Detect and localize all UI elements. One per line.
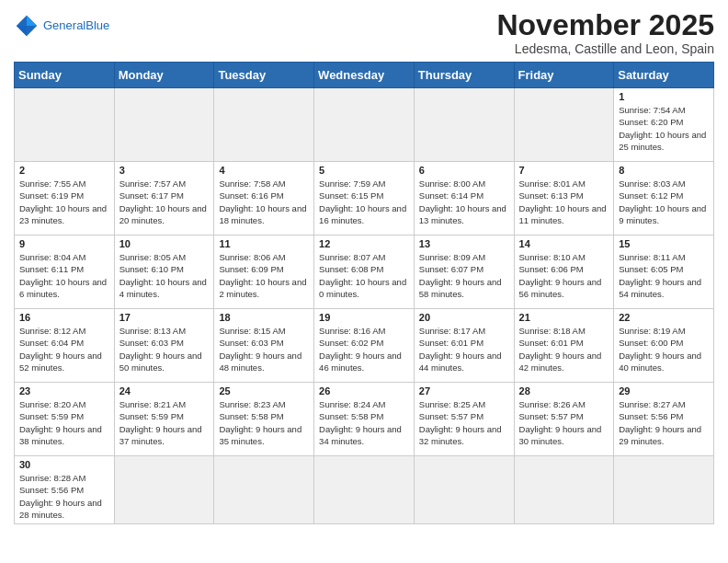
day-info: Sunrise: 8:20 AMSunset: 5:59 PMDaylight:… [19,398,109,447]
calendar: SundayMondayTuesdayWednesdayThursdayFrid… [14,62,714,524]
day-number: 23 [19,385,109,396]
day-number: 12 [319,238,409,249]
day-info: Sunrise: 8:05 AMSunset: 6:10 PMDaylight:… [119,251,210,300]
day-info: Sunrise: 7:58 AMSunset: 6:16 PMDaylight:… [219,178,309,226]
logo: GeneralBlue [14,9,109,39]
day-cell: 8Sunrise: 8:03 AMSunset: 6:12 PMDaylight… [614,162,714,236]
day-number: 8 [619,165,709,176]
day-number: 26 [319,385,409,396]
day-number: 13 [419,238,509,249]
day-number: 1 [619,91,709,102]
day-cell: 18Sunrise: 8:15 AMSunset: 6:03 PMDayligh… [214,309,314,383]
month-title: November 2025 [496,9,714,41]
day-info: Sunrise: 8:16 AMSunset: 6:02 PMDaylight:… [319,325,409,373]
day-cell: 28Sunrise: 8:26 AMSunset: 5:57 PMDayligh… [514,383,614,456]
weekday-header-friday: Friday [514,63,614,88]
day-cell: 6Sunrise: 8:00 AMSunset: 6:14 PMDaylight… [414,162,514,236]
day-info: Sunrise: 8:03 AMSunset: 6:12 PMDaylight:… [619,178,709,226]
day-cell: 7Sunrise: 8:01 AMSunset: 6:13 PMDaylight… [514,162,614,236]
day-number: 11 [219,238,309,249]
svg-marker-1 [27,16,37,26]
day-cell [114,88,214,162]
day-number: 9 [19,238,109,249]
day-cell [214,88,314,162]
day-cell: 12Sunrise: 8:07 AMSunset: 6:08 PMDayligh… [314,236,415,309]
day-info: Sunrise: 8:00 AMSunset: 6:14 PMDaylight:… [419,178,509,226]
logo-blue: Blue [85,18,109,32]
logo-icon [14,13,40,39]
week-row-2: 2Sunrise: 7:55 AMSunset: 6:19 PMDaylight… [15,162,714,236]
day-number: 16 [19,312,109,323]
day-cell [514,456,614,524]
day-cell: 15Sunrise: 8:11 AMSunset: 6:05 PMDayligh… [614,236,714,309]
svg-marker-2 [17,26,27,36]
day-cell [214,456,314,524]
day-info: Sunrise: 8:21 AMSunset: 5:59 PMDaylight:… [119,398,210,447]
day-number: 3 [119,165,210,176]
day-cell: 21Sunrise: 8:18 AMSunset: 6:01 PMDayligh… [514,309,614,383]
day-info: Sunrise: 8:07 AMSunset: 6:08 PMDaylight:… [319,251,409,300]
day-info: Sunrise: 8:04 AMSunset: 6:11 PMDaylight:… [19,251,109,300]
day-info: Sunrise: 8:11 AMSunset: 6:05 PMDaylight:… [619,251,709,300]
day-info: Sunrise: 8:01 AMSunset: 6:13 PMDaylight:… [519,178,609,226]
day-cell: 23Sunrise: 8:20 AMSunset: 5:59 PMDayligh… [15,383,115,456]
day-cell: 3Sunrise: 7:57 AMSunset: 6:17 PMDaylight… [114,162,214,236]
weekday-header-wednesday: Wednesday [314,63,415,88]
day-number: 7 [519,165,609,176]
day-cell [614,456,714,524]
day-cell [314,456,415,524]
day-cell: 19Sunrise: 8:16 AMSunset: 6:02 PMDayligh… [314,309,415,383]
day-info: Sunrise: 8:28 AMSunset: 5:56 PMDaylight:… [19,472,109,521]
day-number: 5 [319,165,409,176]
day-cell: 29Sunrise: 8:27 AMSunset: 5:56 PMDayligh… [614,383,714,456]
day-cell: 30Sunrise: 8:28 AMSunset: 5:56 PMDayligh… [15,456,115,524]
day-cell: 20Sunrise: 8:17 AMSunset: 6:01 PMDayligh… [414,309,514,383]
day-info: Sunrise: 8:17 AMSunset: 6:01 PMDaylight:… [419,325,509,373]
day-info: Sunrise: 8:27 AMSunset: 5:56 PMDaylight:… [619,398,709,447]
day-info: Sunrise: 8:12 AMSunset: 6:04 PMDaylight:… [19,325,109,373]
day-cell: 27Sunrise: 8:25 AMSunset: 5:57 PMDayligh… [414,383,514,456]
day-number: 6 [419,165,509,176]
day-info: Sunrise: 8:13 AMSunset: 6:03 PMDaylight:… [119,325,210,373]
weekday-header-saturday: Saturday [614,63,714,88]
day-number: 14 [519,238,609,249]
page: GeneralBlue November 2025 Ledesma, Casti… [0,0,728,534]
day-number: 21 [519,312,609,323]
location: Ledesma, Castille and Leon, Spain [496,41,714,56]
day-number: 2 [19,165,109,176]
day-number: 15 [619,238,709,249]
title-section: November 2025 Ledesma, Castille and Leon… [496,9,714,56]
day-info: Sunrise: 8:15 AMSunset: 6:03 PMDaylight:… [219,325,309,373]
day-info: Sunrise: 8:18 AMSunset: 6:01 PMDaylight:… [519,325,609,373]
week-row-4: 16Sunrise: 8:12 AMSunset: 6:04 PMDayligh… [15,309,714,383]
day-number: 25 [219,385,309,396]
weekday-header-thursday: Thursday [414,63,514,88]
day-number: 28 [519,385,609,396]
day-cell [414,88,514,162]
week-row-3: 9Sunrise: 8:04 AMSunset: 6:11 PMDaylight… [15,236,714,309]
day-cell [414,456,514,524]
day-cell: 2Sunrise: 7:55 AMSunset: 6:19 PMDaylight… [15,162,115,236]
day-info: Sunrise: 7:59 AMSunset: 6:15 PMDaylight:… [319,178,409,226]
day-cell [514,88,614,162]
day-number: 24 [119,385,210,396]
day-info: Sunrise: 8:09 AMSunset: 6:07 PMDaylight:… [419,251,509,300]
day-cell: 24Sunrise: 8:21 AMSunset: 5:59 PMDayligh… [114,383,214,456]
day-number: 20 [419,312,509,323]
day-info: Sunrise: 8:06 AMSunset: 6:09 PMDaylight:… [219,251,309,300]
logo-general: General [43,18,85,32]
weekday-header-row: SundayMondayTuesdayWednesdayThursdayFrid… [15,63,714,88]
day-info: Sunrise: 8:10 AMSunset: 6:06 PMDaylight:… [519,251,609,300]
day-info: Sunrise: 8:24 AMSunset: 5:58 PMDaylight:… [319,398,409,447]
day-info: Sunrise: 7:55 AMSunset: 6:19 PMDaylight:… [19,178,109,226]
day-cell: 9Sunrise: 8:04 AMSunset: 6:11 PMDaylight… [15,236,115,309]
day-info: Sunrise: 8:19 AMSunset: 6:00 PMDaylight:… [619,325,709,373]
day-number: 4 [219,165,309,176]
logo-text: GeneralBlue [43,19,109,32]
day-cell: 5Sunrise: 7:59 AMSunset: 6:15 PMDaylight… [314,162,415,236]
weekday-header-monday: Monday [114,63,214,88]
day-info: Sunrise: 8:25 AMSunset: 5:57 PMDaylight:… [419,398,509,447]
week-row-5: 23Sunrise: 8:20 AMSunset: 5:59 PMDayligh… [15,383,714,456]
day-cell [114,456,214,524]
day-number: 27 [419,385,509,396]
